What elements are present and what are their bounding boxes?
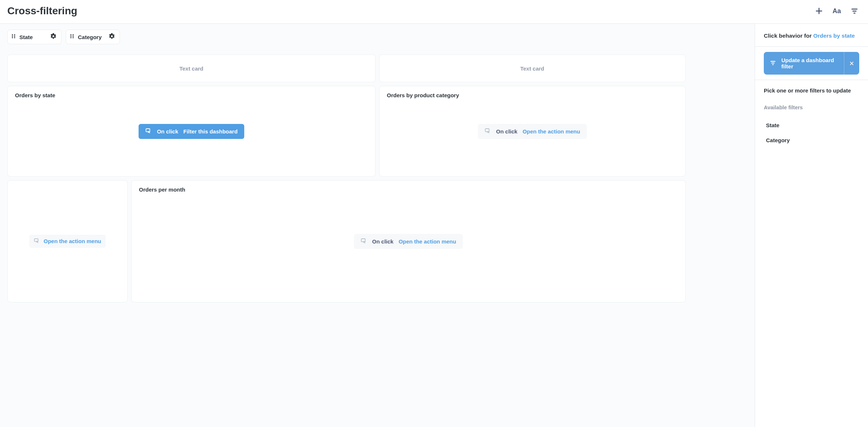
text-card[interactable]: Text card <box>7 54 375 82</box>
filters-row: State Category <box>7 30 747 44</box>
svg-point-16 <box>72 37 73 38</box>
gear-icon[interactable] <box>50 33 57 41</box>
click-action-label: Filter this dashboard <box>184 128 238 135</box>
drag-handle-icon[interactable] <box>11 34 16 40</box>
card-orders-per-month[interactable]: Orders per month On click Open the actio… <box>131 180 686 302</box>
svg-point-6 <box>14 34 15 35</box>
click-action-label: Open the action menu <box>44 238 101 245</box>
filter-chip-state[interactable]: State <box>7 30 61 44</box>
available-filters-label: Available filters <box>764 105 859 110</box>
click-behavior-pill[interactable]: On click Filter this dashboard <box>139 124 244 139</box>
svg-point-8 <box>14 35 15 37</box>
sidebar-header: Click behavior for Orders by state <box>755 24 868 47</box>
svg-point-13 <box>70 35 71 37</box>
available-filter-state[interactable]: State <box>764 118 859 133</box>
filter-chip-category[interactable]: Category <box>66 30 120 44</box>
card-small[interactable]: Open the action menu <box>7 180 128 302</box>
header: Cross-filtering Aa <box>0 0 868 24</box>
svg-rect-4 <box>853 13 856 14</box>
svg-point-11 <box>70 34 71 35</box>
text-card[interactable]: Text card <box>379 54 686 82</box>
filter-icon[interactable] <box>850 7 858 15</box>
gear-icon[interactable] <box>109 33 115 41</box>
filter-chip-label: State <box>19 34 33 40</box>
svg-point-12 <box>72 34 73 35</box>
update-dashboard-filter-button[interactable]: Update a dashboard filter <box>764 52 859 75</box>
svg-point-5 <box>12 34 13 35</box>
dashboard-canvas: State Category <box>0 24 755 427</box>
click-behavior-pill[interactable]: On click Open the action menu <box>354 234 463 249</box>
available-filter-category[interactable]: Category <box>764 133 859 148</box>
click-behavior-sidebar: Click behavior for Orders by state Updat… <box>755 24 868 427</box>
svg-point-7 <box>12 35 13 37</box>
svg-rect-20 <box>361 239 365 242</box>
svg-point-10 <box>14 37 15 38</box>
sidebar-header-target-link[interactable]: Orders by state <box>813 33 855 39</box>
on-click-label: On click <box>496 128 517 135</box>
svg-rect-22 <box>771 63 775 63</box>
drag-handle-icon[interactable] <box>70 34 74 40</box>
svg-rect-17 <box>146 129 150 132</box>
svg-point-15 <box>70 37 71 38</box>
close-icon[interactable] <box>844 52 859 75</box>
svg-rect-19 <box>34 239 38 242</box>
svg-rect-23 <box>772 64 774 65</box>
filter-chip-label: Category <box>78 34 102 40</box>
click-behavior-pill[interactable]: On click Open the action menu <box>478 124 587 139</box>
header-actions: Aa <box>815 7 861 15</box>
text-options-icon[interactable]: Aa <box>833 7 841 15</box>
click-icon <box>145 128 152 135</box>
click-action-label: Open the action menu <box>522 128 580 135</box>
on-click-label: On click <box>157 128 178 135</box>
click-icon <box>34 238 40 245</box>
text-card-label: Text card <box>180 65 204 72</box>
svg-rect-3 <box>853 11 857 12</box>
on-click-label: On click <box>372 238 393 245</box>
page-title: Cross-filtering <box>7 5 77 17</box>
svg-point-9 <box>12 37 13 38</box>
svg-point-14 <box>72 35 73 37</box>
card-orders-by-state[interactable]: Orders by state On click Filter this das… <box>7 86 375 177</box>
svg-rect-21 <box>770 61 775 61</box>
click-action-label: Open the action menu <box>399 238 456 245</box>
filter-icon <box>770 60 776 67</box>
card-orders-by-product-category[interactable]: Orders by product category On click Open… <box>379 86 686 177</box>
click-icon <box>484 128 491 135</box>
sidebar-header-prefix: Click behavior for <box>764 33 813 39</box>
update-filter-label: Update a dashboard filter <box>781 57 838 69</box>
click-behavior-pill[interactable]: Open the action menu <box>29 235 106 248</box>
text-card-label: Text card <box>520 65 544 72</box>
add-icon[interactable] <box>815 7 823 15</box>
svg-rect-18 <box>485 129 489 132</box>
svg-rect-2 <box>852 9 858 10</box>
pick-filters-heading: Pick one or more filters to update <box>764 87 859 94</box>
click-icon <box>361 238 367 245</box>
